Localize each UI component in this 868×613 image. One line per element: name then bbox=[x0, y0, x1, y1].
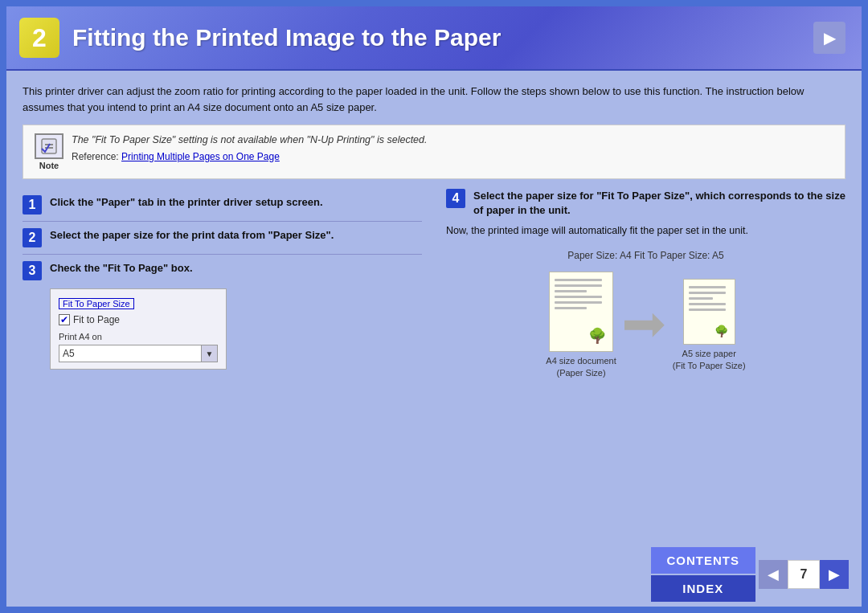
page-number: 7 bbox=[788, 560, 820, 589]
tree-icon-source: 🌳 bbox=[588, 327, 606, 345]
step-text-4: Select the paper size for "Fit To Paper … bbox=[473, 189, 845, 218]
bottom-nav: ◀ 7 ▶ bbox=[759, 560, 849, 589]
main-content: This printer driver can adjust the zoom … bbox=[6, 71, 862, 542]
source-document: 🌳 A4 size document (Paper Size) bbox=[546, 272, 616, 378]
step-number-1: 1 bbox=[23, 195, 42, 215]
note-box: Note The "Fit To Paper Size" setting is … bbox=[23, 125, 845, 179]
note-text: The "Fit To Paper Size" setting is not a… bbox=[72, 133, 428, 148]
nav-prev-button[interactable]: ◀ bbox=[759, 560, 788, 589]
step-1: 1 Click the "Paper" tab in the printer d… bbox=[23, 189, 422, 222]
header: 2 Fitting the Printed Image to the Paper… bbox=[6, 6, 862, 71]
target-document: 🌳 A5 size paper (Fit To Paper Size) bbox=[673, 279, 746, 371]
step-text-1: Click the "Paper" tab in the printer dri… bbox=[50, 195, 323, 210]
step-number-3: 3 bbox=[23, 261, 42, 280]
select-value: A5 bbox=[59, 346, 201, 361]
step-number-2: 2 bbox=[23, 228, 42, 247]
target-caption: A5 size paper (Fit To Paper Size) bbox=[673, 348, 746, 371]
target-paper: 🌳 bbox=[683, 279, 735, 345]
select-arrow-icon: ▼ bbox=[201, 345, 217, 362]
note-icon-area: Note bbox=[35, 133, 63, 170]
index-button[interactable]: INDEX bbox=[651, 575, 756, 602]
step-4: 4 Select the paper size for "Fit To Pape… bbox=[446, 189, 845, 218]
bottom-bar: CONTENTS INDEX ◀ 7 ▶ bbox=[6, 542, 862, 607]
page-container: 2 Fitting the Printed Image to the Paper… bbox=[3, 3, 865, 610]
chapter-number: 2 bbox=[19, 18, 59, 58]
bottom-buttons: CONTENTS INDEX bbox=[651, 547, 756, 602]
print-on-label: Print A4 on bbox=[59, 332, 218, 341]
step-3: 3 Check the "Fit To Page" box. Fit To Pa… bbox=[23, 255, 422, 376]
fit-to-page-checkbox[interactable]: ✔ bbox=[59, 314, 70, 325]
header-nav-arrow[interactable]: ▶ bbox=[813, 22, 845, 54]
doc-illustration: 🌳 A4 size document (Paper Size) bbox=[446, 272, 845, 378]
note-icon bbox=[35, 133, 63, 159]
note-link[interactable]: Printing Multiple Pages on One Page bbox=[121, 151, 280, 162]
arrow-icon bbox=[624, 313, 665, 337]
source-caption: A4 size document (Paper Size) bbox=[546, 355, 616, 378]
paper-size-info: Paper Size: A4 Fit To Paper Size: A5 bbox=[446, 250, 845, 263]
step-4-body: Now, the printed image will automaticall… bbox=[446, 224, 845, 239]
right-column: 4 Select the paper size for "Fit To Pape… bbox=[446, 189, 845, 534]
step-text-2: Select the paper size for the print data… bbox=[50, 228, 334, 243]
source-paper: 🌳 bbox=[549, 272, 613, 352]
two-columns: 1 Click the "Paper" tab in the printer d… bbox=[23, 189, 845, 534]
fit-to-paper-dialog: Fit To Paper Size ✔ Fit to Page Print A4… bbox=[50, 288, 227, 370]
checkbox-row: ✔ Fit to Page bbox=[59, 314, 218, 325]
note-label: Note bbox=[39, 161, 59, 170]
step-number-4: 4 bbox=[446, 189, 465, 208]
nav-next-button[interactable]: ▶ bbox=[820, 560, 849, 589]
paper-size-select[interactable]: A5 ▼ bbox=[59, 345, 218, 362]
contents-button[interactable]: CONTENTS bbox=[651, 547, 756, 574]
dialog-title: Fit To Paper Size bbox=[59, 298, 134, 309]
checkbox-label: Fit to Page bbox=[73, 314, 120, 325]
tree-icon-target: 🌳 bbox=[714, 325, 728, 337]
page-title: Fitting the Printed Image to the Paper bbox=[72, 24, 501, 51]
step-text-3: Check the "Fit To Page" box. bbox=[50, 261, 193, 276]
intro-text: This printer driver can adjust the zoom … bbox=[23, 84, 845, 115]
note-reference: Reference: Printing Multiple Pages on On… bbox=[72, 151, 428, 162]
step-2: 2 Select the paper size for the print da… bbox=[23, 222, 422, 255]
note-content: The "Fit To Paper Size" setting is not a… bbox=[72, 133, 428, 162]
left-column: 1 Click the "Paper" tab in the printer d… bbox=[23, 189, 422, 534]
